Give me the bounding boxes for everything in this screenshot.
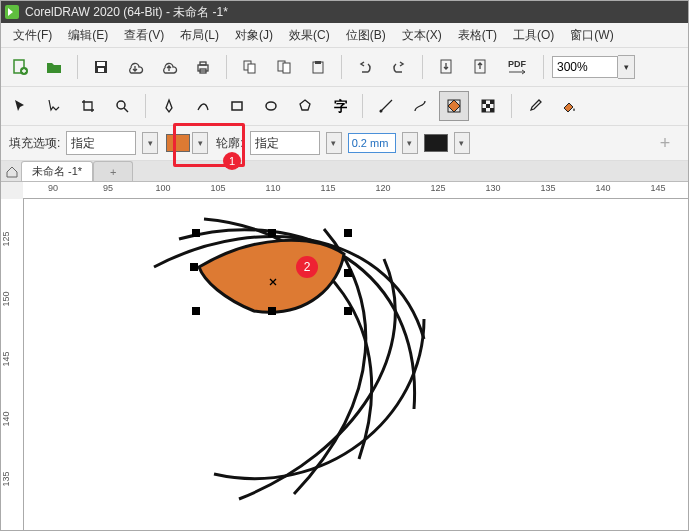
svg-rect-25 [486,104,490,108]
svg-rect-11 [283,63,290,73]
cut-button[interactable] [235,52,265,82]
selection-handle[interactable] [192,229,200,237]
svg-rect-3 [97,62,105,66]
cloud-up-button[interactable] [154,52,184,82]
svg-rect-26 [482,108,486,112]
selection-handle[interactable] [344,269,352,277]
home-tab[interactable] [3,163,21,181]
open-button[interactable] [39,52,69,82]
standard-toolbar: PDF ▾ [1,48,688,87]
tab-document[interactable]: 未命名 -1* [21,161,93,181]
menu-window[interactable]: 窗口(W) [562,24,621,47]
selection-handle[interactable] [344,307,352,315]
menu-effect[interactable]: 效果(C) [281,24,338,47]
menu-layout[interactable]: 布局(L) [172,24,227,47]
separator [145,94,146,118]
dimension-tool[interactable] [371,91,401,121]
fill-color-group: ▾ [164,130,210,156]
fill-label: 填充选项: [9,135,60,152]
separator [226,55,227,79]
pen-tool[interactable] [154,91,184,121]
menubar: 文件(F) 编辑(E) 查看(V) 布局(L) 对象(J) 效果(C) 位图(B… [1,23,688,48]
ruler-horizontal[interactable]: 90 95 100 105 110 115 120 125 130 135 14… [23,182,688,199]
svg-rect-24 [490,100,494,104]
outline-color-swatch[interactable] [424,134,448,152]
pick-tool[interactable] [5,91,35,121]
transparency-tool[interactable] [473,91,503,121]
crop-tool[interactable] [73,91,103,121]
separator [422,55,423,79]
tab-new[interactable]: + [93,161,133,181]
outline-mode-select[interactable]: 指定 [250,131,320,155]
outline-width-input[interactable] [348,133,396,153]
property-bar: 填充选项: 指定 ▾ ▾ 轮廓: 指定 ▾ ▾ ▾ + 1 [1,126,688,161]
rectangle-tool[interactable] [222,91,252,121]
svg-rect-17 [232,102,242,110]
eyedropper-tool[interactable] [520,91,550,121]
svg-point-18 [266,102,276,110]
text-tool[interactable]: 字 [324,91,354,121]
undo-button[interactable] [350,52,380,82]
artistic-media-tool[interactable] [188,91,218,121]
fill-mode-dropdown[interactable]: ▾ [142,132,158,154]
outline-color-dropdown[interactable]: ▾ [454,132,470,154]
menu-view[interactable]: 查看(V) [116,24,172,47]
connector-tool[interactable] [405,91,435,121]
svg-rect-9 [248,64,255,73]
outline-mode-dropdown[interactable]: ▾ [326,132,342,154]
ellipse-tool[interactable] [256,91,286,121]
selection-handle[interactable] [268,307,276,315]
svg-text:字: 字 [334,98,347,114]
paste-button[interactable] [303,52,333,82]
save-button[interactable] [86,52,116,82]
pdf-button[interactable]: PDF [499,52,535,82]
polygon-tool[interactable] [290,91,320,121]
add-preset-button[interactable]: + [650,128,680,158]
zoom-dropdown[interactable]: ▾ [618,55,635,79]
redo-button[interactable] [384,52,414,82]
fill-tool[interactable] [554,91,584,121]
svg-rect-6 [200,62,206,65]
document-tabs: 未命名 -1* + [1,161,688,182]
menu-edit[interactable]: 编辑(E) [60,24,116,47]
print-button[interactable] [188,52,218,82]
menu-tool[interactable]: 工具(O) [505,24,562,47]
zoom-input[interactable] [552,56,618,78]
svg-point-20 [380,110,383,113]
menu-file[interactable]: 文件(F) [5,24,60,47]
artwork [24,199,684,530]
export-button[interactable] [465,52,495,82]
menu-text[interactable]: 文本(X) [394,24,450,47]
outline-label: 轮廓: [216,135,243,152]
ruler-vertical[interactable]: 125 150 145 140 135 [1,199,24,530]
zoom-tool[interactable] [107,91,137,121]
selection-handle[interactable] [192,307,200,315]
menu-bitmap[interactable]: 位图(B) [338,24,394,47]
import-button[interactable] [431,52,461,82]
menu-table[interactable]: 表格(T) [450,24,505,47]
outline-width-dropdown[interactable]: ▾ [402,132,418,154]
selection-handle[interactable] [268,229,276,237]
filled-shape [199,240,344,312]
zoom-control: ▾ [552,55,635,79]
fill-color-dropdown[interactable]: ▾ [192,132,208,154]
titlebar: CorelDRAW 2020 (64-Bit) - 未命名 -1* [1,1,688,23]
cloud-down-button[interactable] [120,52,150,82]
selection-handle[interactable] [190,263,198,271]
drawing-canvas[interactable]: 2 [24,199,688,530]
svg-rect-13 [315,61,321,64]
svg-rect-23 [482,100,486,104]
fill-color-swatch[interactable] [166,134,190,152]
menu-object[interactable]: 对象(J) [227,24,281,47]
smart-fill-tool[interactable] [439,91,469,121]
new-button[interactable] [5,52,35,82]
separator [362,94,363,118]
svg-rect-4 [98,68,104,72]
selection-handle[interactable] [344,229,352,237]
copy-button[interactable] [269,52,299,82]
shape-tool[interactable] [39,91,69,121]
fill-mode-select[interactable]: 指定 [66,131,136,155]
window-title: CorelDRAW 2020 (64-Bit) - 未命名 -1* [25,4,228,21]
separator [511,94,512,118]
app-icon [5,5,19,19]
